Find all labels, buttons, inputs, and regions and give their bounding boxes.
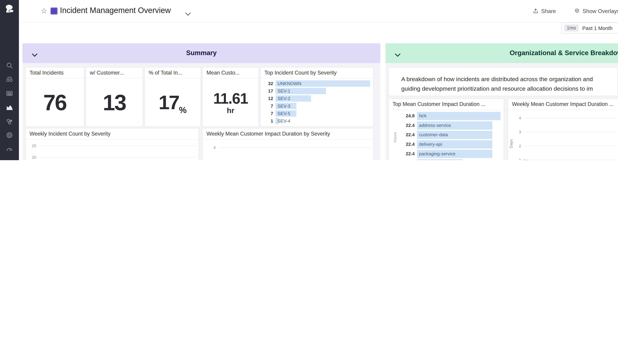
toplist-row[interactable]: 12SEV-2 xyxy=(261,95,370,102)
toplist-value: 7 xyxy=(261,111,276,116)
toplist-row[interactable]: 22.4packaging-service xyxy=(395,149,501,158)
svg-text:4: 4 xyxy=(519,116,521,120)
share-label: Share xyxy=(541,8,556,14)
share-button[interactable]: Share xyxy=(533,8,556,14)
toplist-value: 22.4 xyxy=(395,123,417,128)
toplist-row[interactable]: 7SEV-5 xyxy=(261,110,370,117)
page-title: Incident Management Overview xyxy=(60,6,171,15)
stat-label: Total Incidents xyxy=(26,67,84,78)
toplist-label: N/A xyxy=(417,114,427,118)
favorite-star-icon[interactable]: ☆ xyxy=(40,6,47,15)
toplist-value: 12 xyxy=(261,96,276,101)
metrics-chart-icon[interactable] xyxy=(6,103,13,111)
svg-text:25: 25 xyxy=(32,143,36,148)
stat-card-percent-total[interactable]: % of Total In... 17% xyxy=(144,67,201,127)
svg-text:2: 2 xyxy=(519,144,521,148)
infrastructure-hexagons-icon[interactable] xyxy=(6,117,13,125)
toplist-value: 22.4 xyxy=(395,132,417,137)
toplist-bar: customer-data xyxy=(417,130,492,139)
summary-section-header[interactable]: Summary xyxy=(23,43,381,63)
stat-value: 11.61 xyxy=(213,90,248,107)
svg-text:20: 20 xyxy=(32,155,36,159)
org-section-header[interactable]: Organizational & Service Breakdown xyxy=(385,43,618,63)
toplist-mean-impact-hours: Hours 24.8N/A22.4address-service22.4cust… xyxy=(389,110,504,160)
stat-value: 76 xyxy=(43,90,66,115)
toplist-label: SEV-2 xyxy=(276,96,290,101)
toplist-row[interactable]: 22.4address-service xyxy=(395,121,501,130)
toplist-label: packaging-service xyxy=(417,151,456,156)
toplist-row[interactable]: 24.8N/A xyxy=(395,111,501,121)
toplist-bar: UNKNOWN xyxy=(276,80,370,87)
dashboard-avatar-icon xyxy=(51,7,58,14)
toplist-bar: SEV-5 xyxy=(276,110,296,116)
widget-top-incident-count-by-severity[interactable]: Top Incident Count by Severity 32UNKNOWN… xyxy=(260,67,374,127)
integrations-puzzle-icon[interactable] xyxy=(6,160,13,160)
svg-text:4: 4 xyxy=(213,145,216,150)
toplist-bar: SEV-3 xyxy=(276,103,296,109)
toplist-label: SEV-4 xyxy=(276,118,290,123)
toplist-label: UNKNOWN xyxy=(276,81,301,86)
widget-title: Weekly Mean Customer Impact Duration by … xyxy=(203,129,373,140)
stat-label: % of Total In... xyxy=(145,67,201,78)
search-icon[interactable] xyxy=(6,62,13,69)
widget-weekly-mean-impact-line-1[interactable]: Weekly Mean Customer Impact Duration ...… xyxy=(508,98,618,160)
stat-label: w/ Customer... xyxy=(86,67,143,78)
widget-title: Weekly Mean Customer Impact Duration ... xyxy=(508,99,618,110)
toplist-bar: N/A xyxy=(417,112,501,120)
svg-text:3: 3 xyxy=(213,159,216,160)
title-dropdown-chevron-icon[interactable] xyxy=(186,10,190,17)
toplist-value: 32 xyxy=(261,81,276,86)
watchdog-binoculars-icon[interactable] xyxy=(6,75,13,83)
weekly-mean-impact-by-severity-chart[interactable]: 01234Oct 8Oct 15Oct 22Oct 29Days xyxy=(203,140,373,160)
widget-weekly-incident-count-by-severity[interactable]: Weekly Incident Count by Severity 051015… xyxy=(25,128,199,160)
org-section-title: Organizational & Service Breakdown xyxy=(385,43,618,63)
dashboard-app: ? ☆ Incident Management Overview Share S… xyxy=(0,0,618,160)
widget-top-mean-impact-hours[interactable]: Top Mean Customer Impact Duration ... Ho… xyxy=(388,98,504,160)
toplist-value: 24.8 xyxy=(395,114,417,118)
stat-value: 13 xyxy=(103,90,126,115)
toplist-bar: SEV-1 xyxy=(276,88,326,94)
toplist-value: 7 xyxy=(261,104,276,108)
toplist-label: delivery-api xyxy=(417,142,442,146)
toplist-row[interactable]: 1SEV-4 xyxy=(261,117,370,124)
toplist-value: 1 xyxy=(261,118,276,123)
toplist-row[interactable]: 22.4customer-data xyxy=(395,130,501,140)
toplist-value: 22.4 xyxy=(395,151,417,156)
widget-title: Weekly Incident Count by Severity xyxy=(26,129,199,140)
stat-card-mean-duration[interactable]: Mean Custo... 11.61hr xyxy=(202,67,259,127)
service-gauge-icon[interactable] xyxy=(6,145,13,153)
org-description-card: A breakdown of how incidents are distrib… xyxy=(388,67,618,96)
svg-text:1: 1 xyxy=(519,157,521,160)
stat-unit: % xyxy=(179,105,187,116)
svg-text:Days: Days xyxy=(509,139,513,148)
toplist-label: SEV-5 xyxy=(276,111,290,116)
weekly-incident-count-by-severity-chart[interactable]: 0510152025Oct 8Oct 15Oct 22Oct 29 xyxy=(26,140,199,160)
show-overlays-label: Show Overlays xyxy=(582,8,618,14)
log-stream-icon[interactable] xyxy=(6,90,13,97)
time-range-selector[interactable]: 1mo Past 1 Month xyxy=(561,23,618,34)
toplist-row[interactable]: 32UNKNOWN xyxy=(261,79,370,87)
summary-section-title: Summary xyxy=(23,43,381,63)
show-overlays-button[interactable]: Show Overlays xyxy=(574,8,618,14)
toplist-bar: SEV-4 xyxy=(276,117,278,124)
toplist-bar: SEV-2 xyxy=(276,95,311,101)
topbar: ☆ Incident Management Overview Share Sho… xyxy=(19,0,618,23)
org-description-line1: A breakdown of how incidents are distrib… xyxy=(389,67,618,84)
toplist-row[interactable]: 17SEV-1 xyxy=(261,87,370,94)
toplist-row[interactable]: 7SEV-3 xyxy=(261,102,370,110)
apm-target-icon[interactable] xyxy=(6,131,13,139)
toplist-label: address-service xyxy=(417,123,451,128)
stat-card-customer-impact[interactable]: w/ Customer... 13 xyxy=(85,67,143,127)
toplist-bar: address-service xyxy=(417,121,492,130)
sidebar: ? xyxy=(0,0,19,160)
datadog-logo-icon[interactable] xyxy=(3,3,15,15)
toplist-row[interactable]: 22.4delivery-api xyxy=(395,140,501,149)
stat-card-total-incidents[interactable]: Total Incidents 76 xyxy=(25,67,84,127)
weekly-mean-impact-chart-1[interactable]: 01234Oct 8Oct 15Days xyxy=(508,110,618,160)
widget-title: Top Mean Customer Impact Duration ... xyxy=(389,99,504,110)
widget-weekly-mean-impact-by-severity[interactable]: Weekly Mean Customer Impact Duration by … xyxy=(202,128,374,160)
toplist-value: 17 xyxy=(261,88,276,93)
widget-title: Top Incident Count by Severity xyxy=(261,67,373,78)
toplist-bar: web-store xyxy=(417,159,463,160)
toplist-row[interactable]: 13.6web-store xyxy=(395,158,501,160)
